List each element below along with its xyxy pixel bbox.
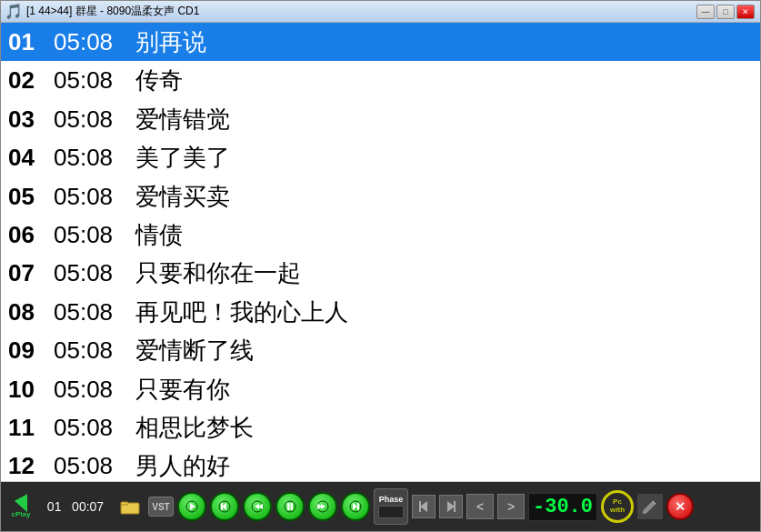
phase-label: Phase — [379, 496, 404, 504]
title-bar: 🎵 [1 44>44] 群星 - 8090温柔女声 CD1 — □ ✕ — [1, 1, 760, 23]
vst-button[interactable]: VST — [148, 497, 174, 517]
pause-icon — [284, 500, 296, 513]
close-button[interactable]: ✕ — [736, 5, 755, 19]
track-title: 情债 — [135, 218, 183, 251]
angle-right-button[interactable]: > — [497, 494, 525, 519]
playlist-item[interactable]: 0105:08别再说 — [1, 23, 760, 61]
pc-circle: Pc with — [601, 490, 634, 523]
playlist-item[interactable]: 1105:08相思比梦长 — [1, 408, 760, 447]
playlist-item[interactable]: 0705:08只要和你在一起 — [1, 254, 760, 292]
angle-left-button[interactable]: < — [466, 494, 494, 519]
cplay-logo: cPlay — [6, 487, 35, 527]
playlist-item[interactable]: 0805:08再见吧！我的心上人 — [1, 293, 760, 331]
track-title: 只要和你在一起 — [135, 256, 301, 289]
track-title: 别再说 — [135, 25, 206, 58]
maximize-button[interactable]: □ — [716, 5, 735, 19]
toolbar: cPlay 01 00:07 VST — [1, 482, 760, 531]
pc-badge: Pc with — [601, 490, 634, 523]
arrow-right-button[interactable] — [439, 495, 463, 518]
playlist-item[interactable]: 1005:08只要有你 — [1, 370, 760, 408]
track-num: 01 — [8, 25, 54, 58]
track-duration: 05:08 — [54, 411, 135, 444]
svg-point-10 — [285, 501, 295, 512]
arrow-left-icon — [416, 499, 431, 514]
track-num: 06 — [8, 218, 54, 251]
track-num: 04 — [8, 141, 54, 174]
track-duration: 05:08 — [54, 64, 135, 96]
track-title: 美了美了 — [135, 141, 230, 174]
track-duration: 05:08 — [54, 334, 135, 366]
window-title: [1 44>44] 群星 - 8090温柔女声 CD1 — [26, 4, 199, 19]
playlist-item[interactable]: 0905:08爱情断了线 — [1, 331, 760, 369]
track-title: 再见吧！我的心上人 — [135, 296, 348, 328]
stop-button[interactable]: ✕ — [666, 493, 694, 520]
track-title: 爱情买卖 — [135, 180, 230, 213]
playlist-item[interactable]: 0405:08美了美了 — [1, 138, 760, 176]
track-title: 男人的好 — [135, 449, 230, 482]
pause-button[interactable] — [275, 492, 305, 521]
pencil-icon — [641, 497, 659, 516]
track-num: 03 — [8, 103, 54, 136]
svg-marker-17 — [353, 503, 357, 510]
svg-rect-11 — [287, 503, 290, 510]
play-icon — [185, 500, 198, 513]
phase-button[interactable]: Phase — [374, 488, 408, 525]
track-num: 09 — [8, 334, 54, 366]
svg-rect-1 — [121, 502, 128, 505]
track-duration: 05:08 — [54, 103, 135, 136]
playlist-item[interactable]: 0505:08爱情买卖 — [1, 177, 760, 216]
folder-icon — [120, 498, 140, 515]
play-button[interactable] — [177, 492, 206, 521]
playlist-item[interactable]: 0605:08情债 — [1, 216, 760, 254]
svg-marker-19 — [420, 501, 427, 512]
svg-rect-18 — [357, 503, 359, 510]
forward-button[interactable] — [308, 492, 337, 521]
main-window: 🎵 [1 44>44] 群星 - 8090温柔女声 CD1 — □ ✕ 0105… — [0, 0, 761, 532]
track-duration: 05:08 — [54, 180, 135, 213]
arrow-left-button[interactable] — [412, 495, 436, 518]
minimize-button[interactable]: — — [696, 5, 715, 19]
playlist-item[interactable]: 0305:08爱情错觉 — [1, 100, 760, 138]
toolbar-track-time: 00:07 — [72, 499, 104, 514]
track-duration: 05:08 — [54, 373, 135, 406]
playlist: 0105:08别再说0205:08传奇0305:08爱情错觉0405:08美了美… — [1, 23, 760, 482]
svg-marker-3 — [190, 503, 195, 510]
track-num: 08 — [8, 296, 54, 328]
track-title: 只要有你 — [135, 373, 230, 406]
volume-value: -30.0 — [533, 496, 593, 518]
prev-track-icon — [218, 500, 231, 513]
svg-rect-12 — [291, 503, 294, 510]
phase-bar — [378, 506, 404, 518]
track-duration: 05:08 — [54, 449, 135, 482]
angle-left-icon: < — [476, 499, 484, 514]
title-bar-left: 🎵 [1 44>44] 群星 - 8090温柔女声 CD1 — [6, 4, 199, 19]
arrow-right-icon — [444, 499, 458, 514]
stop-icon: ✕ — [675, 499, 686, 514]
next-track-button[interactable] — [341, 492, 370, 521]
track-num: 07 — [8, 256, 54, 289]
track-title: 爱情断了线 — [135, 334, 254, 366]
track-duration: 05:08 — [54, 218, 135, 251]
svg-marker-15 — [321, 504, 325, 509]
track-title: 爱情错觉 — [135, 103, 230, 136]
track-info: 01 00:07 — [39, 499, 112, 514]
track-duration: 05:08 — [54, 141, 135, 174]
app-icon: 🎵 — [6, 5, 21, 19]
track-duration: 05:08 — [54, 25, 135, 58]
track-num: 12 — [8, 449, 54, 482]
toolbar-track-num: 01 — [47, 499, 62, 514]
playlist-item[interactable]: 0205:08传奇 — [1, 61, 760, 99]
next-track-icon — [349, 500, 362, 513]
folder-button[interactable] — [115, 492, 145, 521]
volume-display: -30.0 — [528, 493, 597, 521]
playlist-item[interactable]: 1205:08男人的好 — [1, 447, 760, 482]
prev-track-button[interactable] — [210, 492, 239, 521]
rewind-button[interactable] — [243, 492, 272, 521]
track-title: 传奇 — [135, 64, 183, 96]
pc-text-line2: with — [610, 507, 625, 515]
forward-icon — [316, 500, 329, 513]
pencil-button[interactable] — [637, 494, 663, 519]
track-num: 11 — [8, 411, 54, 444]
svg-marker-21 — [447, 501, 455, 512]
track-num: 05 — [8, 180, 54, 213]
